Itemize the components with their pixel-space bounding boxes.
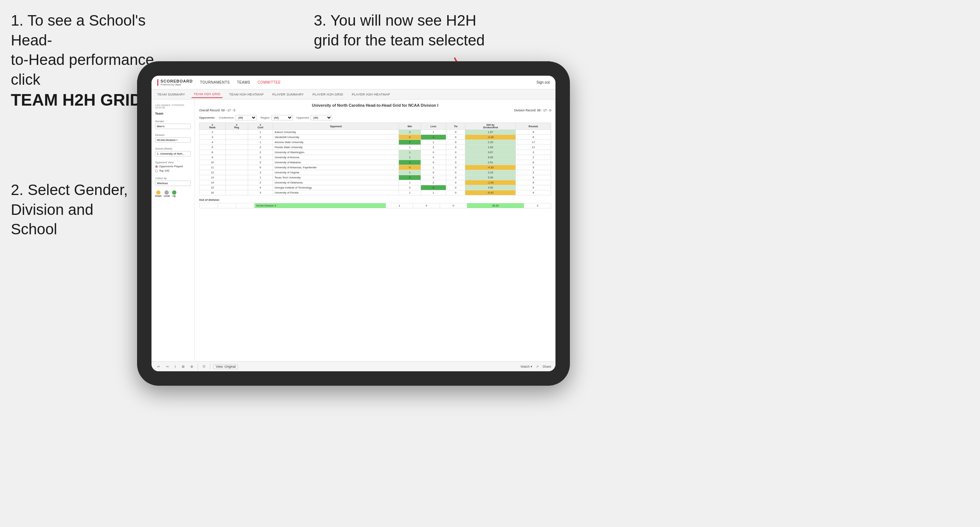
nav-links: TOURNAMENTS TEAMS COMMITTEE bbox=[200, 80, 536, 84]
cell-rounds: 9 bbox=[516, 190, 551, 195]
region-filter-select[interactable]: (All) bbox=[271, 115, 293, 121]
sub-nav-team-h2h-grid[interactable]: TEAM H2H GRID bbox=[191, 91, 223, 98]
table-row: 2 1 Auburn University 2 1 0 1.67 9 bbox=[199, 130, 551, 135]
cell-diff: -6.42 bbox=[465, 190, 516, 195]
cell-conf: 2 bbox=[248, 145, 273, 150]
sign-out-link[interactable]: Sign out bbox=[536, 80, 550, 84]
grid-area: University of North Carolina Head-to-Hea… bbox=[195, 100, 555, 361]
cell-reg bbox=[226, 135, 248, 140]
cell-reg bbox=[226, 160, 248, 165]
cell-rank: 13 bbox=[199, 175, 226, 180]
cell-tie: 0 bbox=[446, 140, 465, 145]
cell-name: University of Arkansas, Fayetteville bbox=[273, 165, 399, 170]
col-opponent: Opponent bbox=[273, 123, 399, 130]
sub-nav-player-h2h-grid[interactable]: PLAYER H2H GRID bbox=[310, 91, 345, 98]
radio-dot-opponents bbox=[155, 165, 158, 168]
sub-nav-player-h2h-heatmap[interactable]: PLAYER H2H HEATMAP bbox=[350, 91, 392, 98]
opponent-filter-select[interactable]: (All) bbox=[310, 115, 332, 121]
zoom-button[interactable]: ⊞ bbox=[180, 364, 186, 369]
cell-rank: 9 bbox=[199, 155, 226, 160]
cell-win: 1 bbox=[399, 145, 421, 150]
ood-rank bbox=[199, 203, 218, 208]
ood-rounds: 3 bbox=[524, 203, 551, 208]
cell-rounds: 17 bbox=[516, 140, 551, 145]
nav-teams[interactable]: TEAMS bbox=[237, 80, 250, 84]
cell-tie: 0 bbox=[446, 180, 465, 185]
sidebar-gender-section: Gender Men's bbox=[155, 120, 191, 129]
legend-down-icon bbox=[156, 190, 161, 195]
cell-diff: 1.83 bbox=[465, 145, 516, 150]
nav-tournaments[interactable]: TOURNAMENTS bbox=[200, 80, 230, 84]
opponent-view-label: Opponent View bbox=[155, 161, 191, 164]
cell-diff: -2.29 bbox=[465, 135, 516, 140]
ood-win: 1 bbox=[386, 203, 413, 208]
logo-text: SCOREBOARD bbox=[161, 79, 192, 83]
clock-button[interactable]: ⏱ bbox=[201, 364, 207, 369]
cell-tie: 0 bbox=[446, 190, 465, 195]
cell-rounds: 3 bbox=[516, 170, 551, 175]
nav-committee[interactable]: COMMITTEE bbox=[258, 80, 281, 84]
app-navbar: SCOREBOARD Powered by clippd TOURNAMENTS… bbox=[151, 76, 555, 89]
region-filter-group: Region (All) bbox=[261, 115, 293, 121]
cell-loss: 1 bbox=[420, 190, 446, 195]
share-button[interactable]: Share bbox=[542, 365, 551, 368]
cell-tie: 0 bbox=[446, 160, 465, 165]
toolbar-right: Watch ▾ ↗ Share bbox=[520, 365, 551, 368]
cell-tie: 0 bbox=[446, 150, 465, 155]
out-of-division-row: NCAA Division II 1 0 0 26.00 3 bbox=[199, 203, 551, 208]
conference-filter-select[interactable]: (All) bbox=[235, 115, 257, 121]
undo-button[interactable]: ↩ bbox=[156, 364, 162, 369]
tablet-frame: SCOREBOARD Powered by clippd TOURNAMENTS… bbox=[137, 61, 570, 386]
radio-top-100[interactable]: Top 100 bbox=[155, 169, 191, 172]
radio-opponents-played[interactable]: Opponents Played bbox=[155, 165, 191, 168]
redo-button[interactable]: ↪ bbox=[164, 364, 170, 369]
table-row: 11 6 University of Arkansas, Fayettevill… bbox=[199, 165, 551, 170]
cell-rounds: 3 bbox=[516, 150, 551, 155]
cell-rounds: 9 bbox=[516, 180, 551, 185]
bottom-toolbar: ↩ ↪ ⟨ ⊞ ⊕ ⏱ View: Original Watch ▾ ↗ Sha… bbox=[151, 361, 555, 371]
sidebar-opponent-view-section: Opponent View Opponents Played Top 100 bbox=[155, 161, 191, 172]
cell-rank: 4 bbox=[199, 140, 226, 145]
cell-name: Arizona State University bbox=[273, 140, 399, 145]
cell-loss: 4 bbox=[420, 135, 446, 140]
sub-nav-player-summary[interactable]: PLAYER SUMMARY bbox=[270, 91, 306, 98]
col-loss: Loss bbox=[420, 123, 446, 130]
division-select[interactable]: NCAA Division I bbox=[155, 137, 191, 143]
division-record: Division Record: 88 - 17 - 0 bbox=[514, 108, 551, 112]
cell-reg bbox=[226, 185, 248, 190]
colour-by-label: Colour by bbox=[155, 177, 191, 180]
cell-tie: 0 bbox=[446, 145, 465, 150]
col-tie: Tie bbox=[446, 123, 465, 130]
cell-rank: 16 bbox=[199, 190, 226, 195]
cell-diff: 9.00 bbox=[465, 155, 516, 160]
timestamp: Last Updated: 27/03/2024 16:55:38 bbox=[155, 104, 191, 109]
table-row: 16 3 University of Florida 1 1 0 -6.42 9 bbox=[199, 190, 551, 195]
annotation-3: 3. You will now see H2H grid for the tea… bbox=[314, 11, 530, 50]
tablet-screen: SCOREBOARD Powered by clippd TOURNAMENTS… bbox=[151, 76, 555, 371]
watch-button[interactable]: Watch ▾ bbox=[520, 365, 532, 368]
cell-win: 1 bbox=[399, 190, 421, 195]
cell-name: University of Arizona bbox=[273, 155, 399, 160]
cell-reg bbox=[226, 165, 248, 170]
col-conf: #Conf bbox=[248, 123, 273, 130]
school-select[interactable]: 1. University of Nort... bbox=[155, 151, 191, 156]
cell-tie: 0 bbox=[446, 135, 465, 140]
cell-rounds: 12 bbox=[516, 145, 551, 150]
step-back-button[interactable]: ⟨ bbox=[173, 364, 177, 369]
cell-reg bbox=[226, 190, 248, 195]
cell-loss: 2 bbox=[420, 180, 446, 185]
ood-diff: 26.00 bbox=[467, 203, 524, 208]
gender-select[interactable]: Men's bbox=[155, 124, 191, 129]
logo-bar-icon bbox=[157, 79, 158, 86]
colour-by-select[interactable]: Win/loss bbox=[155, 181, 191, 186]
cell-conf: 5 bbox=[248, 160, 273, 165]
grid-records: Overall Record: 89 - 17 - 0 Division Rec… bbox=[199, 108, 551, 112]
cell-tie: 0 bbox=[446, 185, 465, 190]
sub-nav-team-h2h-heatmap[interactable]: TEAM H2H HEATMAP bbox=[227, 91, 266, 98]
settings-button[interactable]: ⊕ bbox=[189, 364, 195, 369]
legend-up-icon bbox=[172, 190, 177, 195]
table-row: 15 4 Georgia Institute of Technology 0 5… bbox=[199, 185, 551, 190]
sub-nav-team-summary[interactable]: TEAM SUMMARY bbox=[155, 91, 187, 98]
view-original-button[interactable]: View: Original bbox=[213, 364, 238, 369]
cell-reg bbox=[226, 130, 248, 135]
